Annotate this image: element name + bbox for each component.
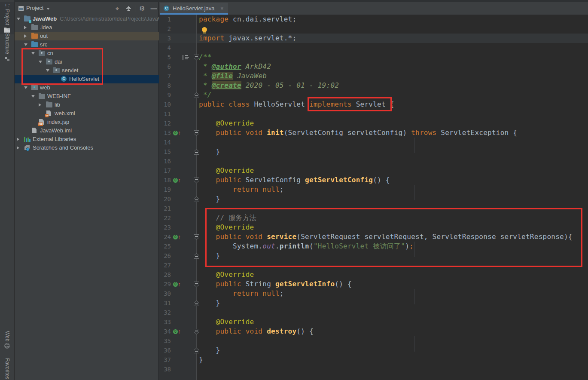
code-line[interactable]: */ [199, 90, 212, 100]
tree-row-external-libraries[interactable]: External Libraries [15, 135, 159, 144]
tree-row-src[interactable]: src [15, 40, 159, 49]
chevron-collapsed-icon[interactable] [24, 26, 27, 29]
project-view-selector[interactable]: Project [26, 5, 43, 11]
line-number: 35 [159, 336, 171, 346]
code-line[interactable]: /** [199, 52, 212, 62]
line-number: 6 [159, 62, 171, 71]
tree-row-scratches-and-consoles[interactable]: Scratches and Consoles [15, 144, 159, 152]
package-icon [39, 50, 46, 56]
chevron-collapsed-icon[interactable] [17, 138, 19, 141]
code-token: HelloServlet [254, 100, 309, 108]
chevron-expanded-icon[interactable] [24, 43, 27, 46]
tree-row-index-jsp[interactable]: JSPindex.jsp [15, 118, 159, 126]
override-method-marker[interactable]: O↑ [173, 232, 184, 242]
library-bar [24, 137, 25, 142]
tree-row-helloservlet[interactable]: CHelloServlet [15, 75, 159, 83]
code-editor[interactable]: 1package cn.dai.servlet;23import javax.s… [159, 15, 588, 380]
line-number: 25 [159, 242, 171, 251]
sidebar-item-structure[interactable]: 7: Structure [0, 28, 14, 61]
tree-row-dai[interactable]: dai [15, 58, 159, 66]
code-token: } [199, 195, 220, 203]
code-line[interactable]: } [199, 355, 203, 365]
tree-row-javaweb[interactable]: JavaWebC:\Users\Administrator\IdeaProjec… [15, 15, 159, 23]
settings-button[interactable]: ⚙ [138, 5, 146, 12]
tree-row-web-xml[interactable]: <>web.xml [15, 109, 159, 118]
fold-minus [195, 283, 198, 284]
fold-minus [195, 132, 198, 133]
override-method-marker[interactable]: O↑ [173, 175, 184, 185]
code-line[interactable]: System.out.println("HelloServlet 被访问了"); [199, 242, 414, 251]
chevron-collapsed-icon[interactable] [24, 34, 27, 38]
code-line[interactable]: @Override [199, 270, 254, 279]
chevron-expanded-icon[interactable] [31, 95, 35, 98]
code-line[interactable]: @Override [199, 119, 254, 128]
code-line[interactable]: public void service(ServletRequest servl… [199, 232, 573, 242]
chevron-expanded-icon[interactable] [46, 69, 49, 72]
line-number: 12 [159, 119, 171, 128]
close-tab-icon[interactable]: × [220, 5, 224, 12]
intention-bulb-icon[interactable] [202, 27, 207, 32]
fold-minus [195, 236, 198, 237]
xml-icon: <> [46, 110, 53, 116]
chevron-expanded-icon[interactable] [24, 86, 27, 89]
code-line[interactable]: * @create 2020 - 05 - 01 - 19:02 [199, 81, 339, 90]
tree-row--idea[interactable]: .idea [15, 23, 159, 32]
hide-panel-button[interactable]: — [150, 5, 158, 12]
code-line[interactable]: } [199, 194, 220, 204]
code-line[interactable]: } [199, 298, 220, 308]
code-line[interactable]: } [199, 346, 220, 355]
override-method-marker[interactable]: O↑ [173, 128, 184, 138]
chevron-down-icon[interactable] [46, 8, 50, 10]
code-line[interactable]: } [199, 147, 220, 156]
chevron-collapsed-icon[interactable] [17, 146, 19, 150]
collapse-all-icon [126, 6, 131, 11]
sidebar-item-favorites[interactable]: Favorites [0, 358, 14, 380]
code-token: cn.dai.servlet; [233, 15, 296, 23]
override-method-marker[interactable]: O↑ [173, 279, 184, 289]
tree-row-servlet[interactable]: servlet [15, 66, 159, 75]
code-line[interactable]: public ServletConfig getServletConfig() … [199, 175, 390, 185]
code-line[interactable]: return null; [199, 185, 284, 194]
code-line[interactable]: import javax.servlet.*; [199, 34, 296, 43]
tree-row-web[interactable]: web [15, 83, 159, 92]
code-line[interactable]: public void destroy() { [199, 327, 314, 336]
package-dot [41, 52, 43, 54]
tree-item-label: index.jsp [47, 119, 69, 125]
chevron-expanded-icon[interactable] [39, 61, 42, 63]
tree-row-javaweb-iml[interactable]: JavaWeb.iml [15, 126, 159, 135]
chevron-expanded-icon[interactable] [17, 18, 20, 20]
locate-file-button[interactable]: ⌖ [113, 5, 121, 12]
sidebar-item-web[interactable]: Web [0, 331, 14, 349]
javadoc-list-icon[interactable] [183, 55, 188, 60]
code-token: public void [216, 233, 267, 241]
code-line[interactable]: public String getServletInfo() { [199, 279, 352, 289]
code-token [199, 233, 216, 241]
code-line[interactable]: @Override [199, 223, 254, 232]
fold-fill [194, 329, 199, 334]
code-line[interactable]: package cn.dai.servlet; [199, 15, 296, 24]
code-line[interactable]: * @author ArkD42 [199, 62, 271, 71]
override-method-marker[interactable]: O↑ [173, 327, 184, 336]
indent-guide [414, 289, 415, 304]
project-panel-header: Project ⌖ ⚙ — [15, 2, 158, 15]
code-line[interactable]: } [199, 251, 220, 260]
collapse-all-button[interactable] [125, 5, 132, 12]
tree-row-web-inf[interactable]: WEB-INF [15, 92, 159, 101]
code-line[interactable]: // 服务方法 [199, 213, 256, 223]
tree-row-out[interactable]: out [15, 32, 159, 40]
line-number: 20 [159, 194, 171, 204]
tree-item-label: cn [47, 50, 53, 56]
code-line[interactable]: @Override [199, 317, 254, 327]
code-line[interactable]: public void init(ServletConfig servletCo… [199, 128, 517, 138]
tree-row-lib[interactable]: lib [15, 101, 159, 109]
code-line[interactable]: @Override [199, 166, 254, 175]
code-line[interactable]: return null; [199, 289, 284, 298]
chevron-expanded-icon[interactable] [31, 52, 35, 55]
code-token: * [199, 81, 212, 89]
code-line[interactable]: public class HelloServlet implements Ser… [199, 100, 394, 109]
code-token [199, 214, 216, 222]
chevron-collapsed-icon[interactable] [39, 103, 41, 107]
tree-row-cn[interactable]: cn [15, 49, 159, 58]
tab-helloservlet-java[interactable]: C HelloServlet.java × [160, 3, 228, 15]
code-line[interactable]: * @file JavaWeb [199, 71, 267, 81]
